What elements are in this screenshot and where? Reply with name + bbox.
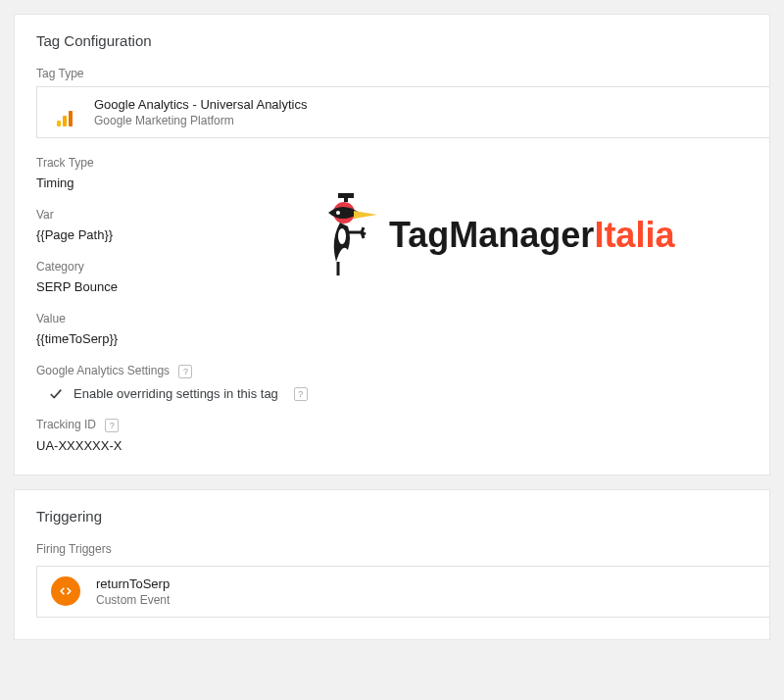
- category-value: SERP Bounce: [36, 279, 748, 294]
- check-icon: [48, 386, 64, 402]
- triggering-card: Triggering Firing Triggers returnToSerp …: [14, 489, 770, 640]
- firing-trigger-row[interactable]: returnToSerp Custom Event: [36, 566, 769, 618]
- triggering-title: Triggering: [36, 508, 748, 525]
- var-value: {{Page Path}}: [36, 227, 748, 242]
- ga-settings-label: Google Analytics Settings ?: [36, 364, 748, 378]
- help-icon[interactable]: ?: [178, 365, 192, 378]
- trigger-name: returnToSerp: [96, 576, 170, 591]
- var-label: Var: [36, 208, 748, 222]
- tag-config-title: Tag Configuration: [36, 32, 748, 49]
- svg-rect-0: [338, 193, 354, 198]
- tracking-id-value: UA-XXXXXX-X: [36, 438, 748, 453]
- firing-trigger-text: returnToSerp Custom Event: [96, 576, 170, 607]
- svg-rect-1: [344, 198, 348, 202]
- ga-settings-label-text: Google Analytics Settings: [36, 364, 170, 377]
- help-icon[interactable]: ?: [105, 419, 119, 432]
- tracking-id-label: Tracking ID ?: [36, 418, 748, 432]
- tag-type-text: Google Analytics - Universal Analytics G…: [94, 97, 307, 127]
- tag-configuration-card: Tag Configuration Tag Type Google Analyt…: [14, 14, 770, 475]
- firing-triggers-label: Firing Triggers: [36, 542, 748, 556]
- help-icon[interactable]: ?: [294, 387, 308, 401]
- tag-type-subtitle: Google Marketing Platform: [94, 114, 307, 127]
- track-type-label: Track Type: [36, 156, 748, 170]
- tag-type-title: Google Analytics - Universal Analytics: [94, 97, 307, 112]
- category-label: Category: [36, 260, 748, 274]
- tracking-id-label-text: Tracking ID: [36, 418, 96, 431]
- trigger-type: Custom Event: [96, 593, 170, 607]
- value-value: {{timeToSerp}}: [36, 331, 748, 346]
- override-settings-row: Enable overriding settings in this tag ?: [48, 386, 748, 402]
- value-label: Value: [36, 312, 748, 325]
- custom-event-icon: [51, 576, 80, 606]
- tag-type-row[interactable]: Google Analytics - Universal Analytics G…: [36, 86, 769, 138]
- track-type-value: Timing: [36, 175, 748, 190]
- override-settings-label: Enable overriding settings in this tag: [74, 386, 278, 401]
- tag-type-label: Tag Type: [36, 67, 748, 80]
- google-analytics-icon: [51, 99, 78, 126]
